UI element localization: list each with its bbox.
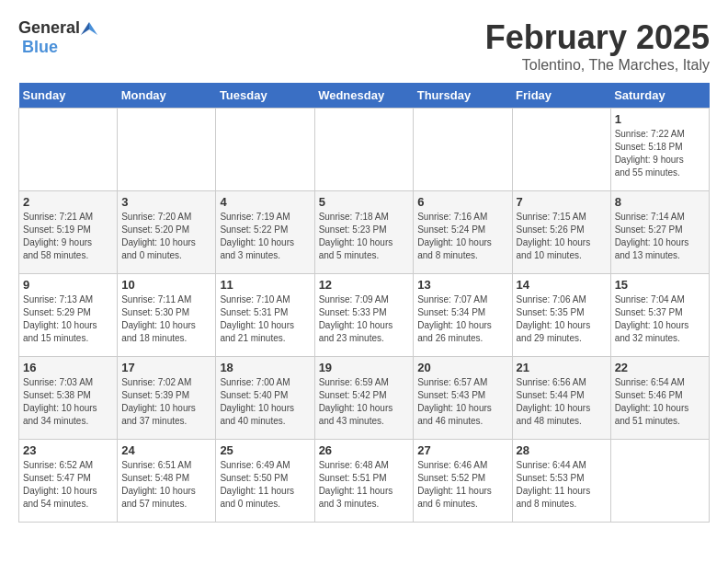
day-info: Sunrise: 7:13 AM Sunset: 5:29 PM Dayligh… — [23, 293, 113, 345]
calendar-day-cell — [414, 109, 512, 191]
day-info: Sunrise: 7:07 AM Sunset: 5:34 PM Dayligh… — [417, 293, 507, 345]
logo-blue-text: Blue — [22, 38, 58, 56]
calendar-table: SundayMondayTuesdayWednesdayThursdayFrid… — [18, 83, 710, 523]
day-info: Sunrise: 7:00 AM Sunset: 5:40 PM Dayligh… — [220, 376, 310, 428]
calendar-day-cell — [512, 109, 610, 191]
weekday-header-saturday: Saturday — [610, 83, 709, 109]
day-number: 26 — [319, 443, 410, 457]
calendar-week-row: 1Sunrise: 7:22 AM Sunset: 5:18 PM Daylig… — [19, 109, 710, 191]
day-info: Sunrise: 6:51 AM Sunset: 5:48 PM Dayligh… — [121, 459, 211, 511]
day-number: 28 — [517, 443, 607, 457]
day-info: Sunrise: 7:21 AM Sunset: 5:19 PM Dayligh… — [23, 211, 113, 262]
day-number: 5 — [319, 195, 410, 209]
calendar-day-cell: 21Sunrise: 6:56 AM Sunset: 5:44 PM Dayli… — [512, 357, 610, 440]
calendar-day-cell: 11Sunrise: 7:10 AM Sunset: 5:31 PM Dayli… — [216, 274, 314, 357]
weekday-header-friday: Friday — [512, 83, 610, 109]
day-number: 21 — [517, 361, 607, 374]
title-block: February 2025 Tolentino, The Marches, It… — [485, 18, 710, 74]
calendar-day-cell: 3Sunrise: 7:20 AM Sunset: 5:20 PM Daylig… — [118, 191, 216, 274]
day-info: Sunrise: 7:20 AM Sunset: 5:20 PM Dayligh… — [121, 211, 211, 262]
calendar-day-cell — [216, 109, 314, 191]
weekday-header-sunday: Sunday — [19, 83, 118, 109]
day-number: 11 — [220, 278, 310, 292]
day-info: Sunrise: 7:10 AM Sunset: 5:31 PM Dayligh… — [220, 293, 310, 345]
day-number: 14 — [517, 278, 607, 292]
day-number: 22 — [615, 361, 705, 374]
calendar-day-cell: 9Sunrise: 7:13 AM Sunset: 5:29 PM Daylig… — [19, 274, 118, 357]
calendar-week-row: 16Sunrise: 7:03 AM Sunset: 5:38 PM Dayli… — [19, 357, 710, 440]
day-number: 20 — [417, 361, 507, 374]
day-info: Sunrise: 6:48 AM Sunset: 5:51 PM Dayligh… — [319, 459, 410, 511]
svg-marker-1 — [81, 22, 89, 35]
day-number: 2 — [23, 195, 113, 209]
logo-bird-icon — [81, 22, 97, 35]
calendar-day-cell: 22Sunrise: 6:54 AM Sunset: 5:46 PM Dayli… — [610, 357, 709, 440]
day-number: 8 — [615, 195, 705, 209]
day-number: 19 — [319, 361, 410, 374]
calendar-day-cell — [118, 109, 216, 191]
calendar-week-row: 2Sunrise: 7:21 AM Sunset: 5:19 PM Daylig… — [19, 191, 710, 274]
day-number: 9 — [23, 278, 113, 292]
day-number: 15 — [615, 278, 705, 292]
day-number: 27 — [417, 443, 507, 457]
day-info: Sunrise: 6:57 AM Sunset: 5:43 PM Dayligh… — [417, 376, 507, 428]
calendar-day-cell: 5Sunrise: 7:18 AM Sunset: 5:23 PM Daylig… — [314, 191, 414, 274]
day-info: Sunrise: 7:15 AM Sunset: 5:26 PM Dayligh… — [517, 211, 607, 262]
calendar-week-row: 23Sunrise: 6:52 AM Sunset: 5:47 PM Dayli… — [19, 440, 710, 523]
calendar-day-cell: 10Sunrise: 7:11 AM Sunset: 5:30 PM Dayli… — [118, 274, 216, 357]
calendar-day-cell: 20Sunrise: 6:57 AM Sunset: 5:43 PM Dayli… — [414, 357, 512, 440]
day-number: 4 — [220, 195, 310, 209]
day-number: 1 — [615, 112, 705, 126]
day-number: 12 — [319, 278, 410, 292]
day-number: 13 — [417, 278, 507, 292]
day-info: Sunrise: 6:46 AM Sunset: 5:52 PM Dayligh… — [417, 459, 507, 511]
calendar-day-cell: 1Sunrise: 7:22 AM Sunset: 5:18 PM Daylig… — [610, 109, 709, 191]
weekday-header-thursday: Thursday — [414, 83, 512, 109]
calendar-day-cell: 19Sunrise: 6:59 AM Sunset: 5:42 PM Dayli… — [314, 357, 414, 440]
calendar-day-cell: 12Sunrise: 7:09 AM Sunset: 5:33 PM Dayli… — [314, 274, 414, 357]
day-info: Sunrise: 7:19 AM Sunset: 5:22 PM Dayligh… — [220, 211, 310, 262]
calendar-title: February 2025 — [485, 18, 710, 57]
calendar-day-cell: 2Sunrise: 7:21 AM Sunset: 5:19 PM Daylig… — [19, 191, 118, 274]
page-header: General Blue February 2025 Tolentino, Th… — [18, 18, 710, 74]
logo: General Blue — [18, 18, 98, 57]
day-info: Sunrise: 7:16 AM Sunset: 5:24 PM Dayligh… — [417, 211, 507, 262]
day-number: 3 — [121, 195, 211, 209]
calendar-day-cell: 7Sunrise: 7:15 AM Sunset: 5:26 PM Daylig… — [512, 191, 610, 274]
calendar-day-cell — [314, 109, 414, 191]
calendar-day-cell — [610, 440, 709, 523]
calendar-day-cell: 28Sunrise: 6:44 AM Sunset: 5:53 PM Dayli… — [512, 440, 610, 523]
day-info: Sunrise: 7:14 AM Sunset: 5:27 PM Dayligh… — [615, 211, 705, 262]
weekday-header-wednesday: Wednesday — [314, 83, 414, 109]
calendar-day-cell: 16Sunrise: 7:03 AM Sunset: 5:38 PM Dayli… — [19, 357, 118, 440]
day-number: 16 — [23, 361, 113, 374]
calendar-day-cell: 6Sunrise: 7:16 AM Sunset: 5:24 PM Daylig… — [414, 191, 512, 274]
day-info: Sunrise: 7:04 AM Sunset: 5:37 PM Dayligh… — [615, 293, 705, 345]
day-info: Sunrise: 6:59 AM Sunset: 5:42 PM Dayligh… — [319, 376, 410, 428]
calendar-day-cell — [19, 109, 118, 191]
day-info: Sunrise: 6:56 AM Sunset: 5:44 PM Dayligh… — [517, 376, 607, 428]
day-info: Sunrise: 7:02 AM Sunset: 5:39 PM Dayligh… — [121, 376, 211, 428]
day-number: 24 — [121, 443, 211, 457]
weekday-header-row: SundayMondayTuesdayWednesdayThursdayFrid… — [19, 83, 710, 109]
day-number: 10 — [121, 278, 211, 292]
calendar-day-cell: 13Sunrise: 7:07 AM Sunset: 5:34 PM Dayli… — [414, 274, 512, 357]
calendar-week-row: 9Sunrise: 7:13 AM Sunset: 5:29 PM Daylig… — [19, 274, 710, 357]
calendar-day-cell: 25Sunrise: 6:49 AM Sunset: 5:50 PM Dayli… — [216, 440, 314, 523]
svg-marker-0 — [89, 22, 97, 35]
weekday-header-monday: Monday — [118, 83, 216, 109]
weekday-header-tuesday: Tuesday — [216, 83, 314, 109]
day-info: Sunrise: 7:18 AM Sunset: 5:23 PM Dayligh… — [319, 211, 410, 262]
day-info: Sunrise: 7:11 AM Sunset: 5:30 PM Dayligh… — [121, 293, 211, 345]
day-number: 7 — [517, 195, 607, 209]
day-info: Sunrise: 6:44 AM Sunset: 5:53 PM Dayligh… — [517, 459, 607, 511]
day-info: Sunrise: 7:03 AM Sunset: 5:38 PM Dayligh… — [23, 376, 113, 428]
calendar-day-cell: 24Sunrise: 6:51 AM Sunset: 5:48 PM Dayli… — [118, 440, 216, 523]
calendar-day-cell: 26Sunrise: 6:48 AM Sunset: 5:51 PM Dayli… — [314, 440, 414, 523]
day-info: Sunrise: 7:09 AM Sunset: 5:33 PM Dayligh… — [319, 293, 410, 345]
day-info: Sunrise: 6:54 AM Sunset: 5:46 PM Dayligh… — [615, 376, 705, 428]
calendar-location: Tolentino, The Marches, Italy — [485, 57, 710, 74]
day-info: Sunrise: 6:52 AM Sunset: 5:47 PM Dayligh… — [23, 459, 113, 511]
day-number: 25 — [220, 443, 310, 457]
calendar-day-cell: 8Sunrise: 7:14 AM Sunset: 5:27 PM Daylig… — [610, 191, 709, 274]
